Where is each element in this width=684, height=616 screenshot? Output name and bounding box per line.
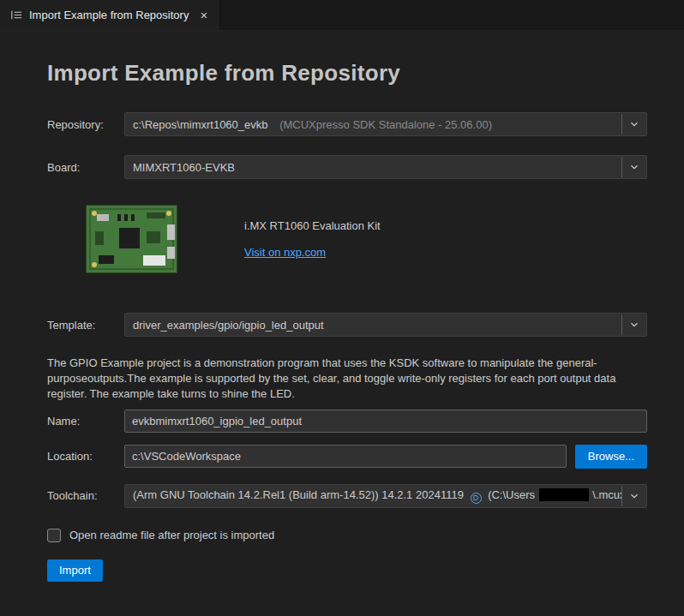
location-label: Location: — [47, 450, 124, 463]
readme-checkbox[interactable] — [47, 529, 61, 542]
toolchain-row: Toolchain: (Arm GNU Toolchain 14.2.Rel1 … — [47, 484, 647, 508]
location-row: Location: Browse... — [47, 445, 647, 469]
toolchain-default-badge-icon: D — [471, 493, 482, 504]
name-row: Name: — [47, 410, 647, 433]
page-title: Import Example from Repository — [47, 60, 647, 87]
template-description: The GPIO Example project is a demonstrat… — [47, 356, 647, 402]
chevron-down-icon[interactable] — [622, 490, 646, 502]
browse-button[interactable]: Browse... — [575, 445, 647, 469]
board-value: MIMXRT1060-EVKB — [133, 161, 235, 174]
template-value: driver_examples/gpio/igpio_led_output — [133, 319, 324, 332]
close-icon[interactable]: × — [200, 9, 207, 21]
template-row: Template: driver_examples/gpio/igpio_led… — [47, 313, 647, 337]
toolchain-value: (Arm GNU Toolchain 14.2.Rel1 (Build arm-… — [133, 488, 464, 501]
location-input[interactable] — [124, 445, 567, 468]
tab-bar: Import Example from Repository × — [0, 0, 684, 31]
repository-value: c:\Repos\mimxrt1060_evkb — [133, 118, 268, 131]
form-icon — [10, 9, 23, 21]
chevron-down-icon[interactable] — [622, 161, 646, 173]
readme-checkbox-label: Open readme file after project is import… — [69, 529, 274, 541]
template-label: Template: — [47, 319, 124, 332]
toolchain-dropdown[interactable]: (Arm GNU Toolchain 14.2.Rel1 (Build arm-… — [124, 484, 647, 508]
chevron-down-icon[interactable] — [622, 118, 646, 130]
board-info: i.MX RT1060 Evaluation Kit Visit on nxp.… — [244, 219, 381, 259]
import-button-row: Import — [47, 559, 647, 582]
app-window: Import Example from Repository × Import … — [0, 0, 684, 582]
name-input[interactable] — [124, 410, 647, 433]
board-preview-section: i.MX RT1060 Evaluation Kit Visit on nxp.… — [86, 205, 647, 273]
toolchain-path-tail: \.mcuxp — [592, 488, 621, 501]
board-title: i.MX RT1060 Evaluation Kit — [244, 219, 381, 232]
import-button[interactable]: Import — [47, 559, 103, 582]
tab-import-example[interactable]: Import Example from Repository × — [0, 0, 219, 30]
board-image — [86, 205, 177, 273]
template-dropdown[interactable]: driver_examples/gpio/igpio_led_output — [124, 313, 647, 337]
name-label: Name: — [47, 415, 124, 428]
chevron-down-icon[interactable] — [622, 319, 646, 331]
repository-row: Repository: c:\Repos\mimxrt1060_evkb (MC… — [47, 112, 647, 136]
tab-label: Import Example from Repository — [29, 9, 189, 21]
import-example-form: Import Example from Repository Repositor… — [0, 31, 684, 582]
redacted-text — [539, 488, 589, 501]
board-label: Board: — [47, 161, 124, 174]
repository-label: Repository: — [47, 118, 124, 131]
toolchain-path: (C:\Users — [488, 488, 535, 501]
board-dropdown[interactable]: MIMXRT1060-EVKB — [124, 155, 647, 179]
toolchain-label: Toolchain: — [47, 489, 124, 502]
readme-checkbox-row: Open readme file after project is import… — [47, 529, 647, 542]
repository-dropdown[interactable]: c:\Repos\mimxrt1060_evkb (MCUXpresso SDK… — [124, 112, 647, 136]
repository-hint: (MCUXpresso SDK Standalone - 25.06.00) — [279, 118, 492, 131]
nxp-link[interactable]: Visit on nxp.com — [244, 246, 326, 259]
board-row: Board: MIMXRT1060-EVKB — [47, 155, 647, 179]
